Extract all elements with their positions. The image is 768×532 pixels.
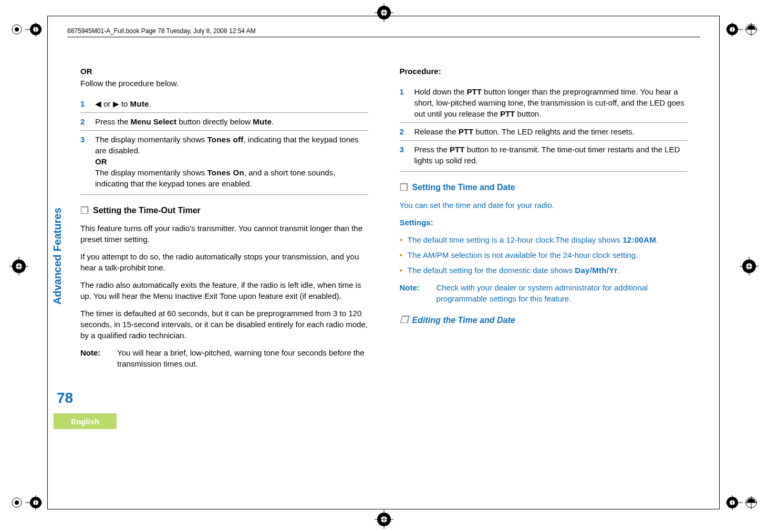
step-line2-pre: The display momentarily shows [95, 168, 207, 177]
step-body: Press the Menu Select button directly be… [95, 116, 368, 127]
svg-point-1 [15, 27, 19, 32]
register-bottom [375, 510, 393, 529]
step-num: 1 [80, 98, 90, 109]
pre: Press the [414, 145, 450, 154]
timeout-para1: This feature turns off your radio's tran… [80, 223, 368, 245]
page-number: 78 [57, 390, 73, 406]
or-label: OR [80, 66, 368, 77]
step-divider [400, 171, 688, 172]
bullet-1: • The default time setting is a 12-hour … [400, 234, 688, 245]
b3-post: . [618, 266, 620, 275]
step-3: 3 The display momentarily shows Tones of… [80, 130, 368, 192]
ptt: PTT [450, 145, 464, 154]
settings-label: Settings: [400, 217, 688, 228]
note-text: You will hear a brief, low-pitched, warn… [117, 347, 368, 369]
bullet-body: The default time setting is a 12-hour cl… [408, 234, 658, 245]
language-tab: English [54, 413, 117, 429]
bullet-dot-icon: • [400, 249, 402, 260]
bullet-body: The AM/PM selection is not available for… [408, 249, 638, 260]
b3-pre: The default setting for the domestic dat… [408, 266, 575, 275]
step-mid: button directly below [177, 117, 253, 126]
bullet-3: • The default setting for the domestic d… [400, 265, 688, 276]
tones-on: Tones On [207, 168, 244, 177]
svg-point-14 [15, 500, 19, 505]
step-num: 3 [80, 134, 90, 189]
right-column: Procedure: 1 Hold down the PTT button lo… [400, 66, 688, 369]
or-inline: OR [95, 157, 107, 166]
crop-mark-bl [11, 494, 42, 511]
step-pre: Press the [95, 117, 131, 126]
time-default: 12:00AM [622, 235, 656, 244]
note-label: Note: [400, 282, 427, 304]
ptt: PTT [467, 87, 482, 96]
datetime-intro: You can set the time and date for your r… [400, 200, 688, 211]
date-format: Day/Mth/Yr [575, 266, 617, 275]
ptt: PTT [459, 127, 473, 136]
bullet-2: • The AM/PM selection is not available f… [400, 249, 688, 260]
header-rule [67, 37, 700, 37]
procedure-label: Procedure: [400, 66, 688, 77]
step-pre: The display momentarily shows [95, 135, 207, 144]
left-column: OR Follow the procedure below. 1 ◀ or ▶ … [80, 66, 368, 369]
timeout-para4: The timer is defaulted at 60 seconds, bu… [80, 308, 368, 341]
step-body: ◀ or ▶ to Mute. [95, 98, 368, 109]
crop-mark-br [726, 494, 757, 511]
step-post: . [272, 117, 274, 126]
timeout-para3: The radio also automatically exits the f… [80, 279, 368, 301]
subsection-title: Editing the Time and Date [412, 315, 515, 326]
right-step-list: 1 Hold down the PTT button longer than t… [400, 83, 688, 172]
bullet-list: • The default time setting is a 12-hour … [400, 234, 688, 276]
step-post: . [149, 99, 151, 108]
content-columns: OR Follow the procedure below. 1 ◀ or ▶ … [80, 66, 687, 369]
step-num: 1 [400, 86, 409, 119]
section-datetime: ❐ Setting the Time and Date [400, 181, 688, 194]
pre: Hold down the [414, 87, 467, 96]
register-left [9, 257, 28, 276]
post: button. The LED relights and the timer r… [473, 127, 635, 136]
note-row-blue: Note: Check with your dealer or system a… [400, 282, 688, 304]
subsection-edit-datetime: ❐ Editing the Time and Date [400, 314, 688, 327]
note-row: Note: You will hear a brief, low-pitched… [80, 347, 368, 369]
step-num: 2 [80, 116, 90, 127]
crop-mark-tr [726, 21, 757, 38]
bullet-body: The default setting for the domestic dat… [408, 265, 620, 276]
note-text: Check with your dealer or system adminis… [437, 282, 688, 304]
document-icon: ❐ [400, 314, 408, 327]
mute-label: Mute [253, 117, 272, 126]
sidebar-section-label: Advanced Features [51, 207, 64, 305]
arrow-icon: ◀ or ▶ to [95, 99, 130, 108]
section-title: Setting the Time-Out Timer [93, 205, 201, 216]
bullet-dot-icon: • [400, 265, 402, 276]
rstep-1: 1 Hold down the PTT button longer than t… [400, 83, 688, 122]
rstep-2: 2 Release the PTT button. The LED religh… [400, 122, 688, 140]
section-title: Setting the Time and Date [412, 182, 515, 193]
left-step-list: 1 ◀ or ▶ to Mute. 2 Press the Menu Selec… [80, 95, 368, 195]
b1-pre: The default time setting is a 12-hour cl… [408, 235, 622, 244]
step-num: 2 [400, 126, 409, 137]
step-num: 3 [400, 144, 409, 166]
post: button. [515, 109, 541, 118]
rstep-3: 3 Press the PTT button to re-transmit. T… [400, 140, 688, 169]
timeout-para2: If you attempt to do so, the radio autom… [80, 251, 368, 273]
mute-label: Mute [130, 99, 149, 108]
b1-post: . [656, 235, 658, 244]
menu-select: Menu Select [131, 117, 177, 126]
step-body: Hold down the PTT button longer than the… [414, 86, 688, 119]
step-divider [80, 194, 368, 195]
register-top [375, 3, 393, 22]
document-icon: ❐ [400, 181, 408, 194]
step-body: The display momentarily shows Tones off,… [95, 134, 368, 189]
bullet-dot-icon: • [400, 234, 402, 245]
follow-text: Follow the procedure below. [80, 78, 368, 89]
step-body: Release the PTT button. The LED relights… [414, 126, 688, 137]
ptt: PTT [500, 109, 515, 118]
step-2: 2 Press the Menu Select button directly … [80, 112, 368, 130]
document-icon: ❐ [80, 204, 89, 217]
step-body: Press the PTT button to re-transmit. The… [414, 144, 688, 166]
header-meta: 6875945M01-A_Full.book Page 78 Tuesday, … [67, 27, 256, 35]
tones-off: Tones off [207, 135, 243, 144]
step-1: 1 ◀ or ▶ to Mute. [80, 95, 368, 112]
note-label: Note: [80, 347, 108, 369]
section-timeout: ❐ Setting the Time-Out Timer [80, 204, 368, 217]
crop-mark-tl [11, 21, 42, 38]
